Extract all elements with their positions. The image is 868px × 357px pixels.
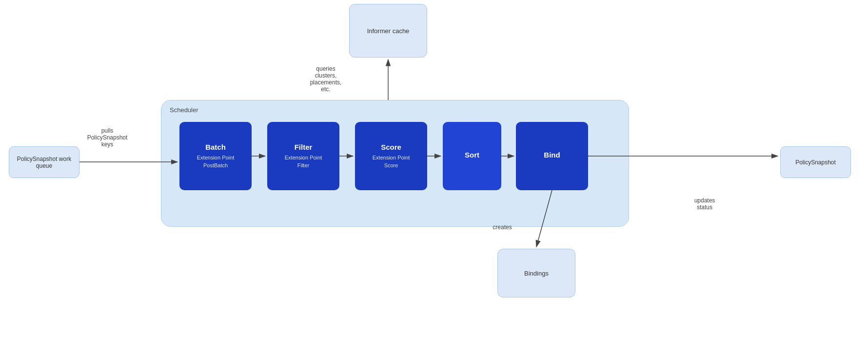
pulls-label: pulls	[101, 127, 114, 134]
filter-subtitle: Extension PointFilter	[285, 154, 322, 169]
informer-cache-label: Informer cache	[367, 27, 410, 35]
informer-cache-box: Informer cache	[349, 4, 427, 58]
diagram-container: Informer cache Scheduler Batch Extension…	[0, 0, 868, 357]
batch-box: Batch Extension PointPostBatch	[179, 122, 252, 190]
scheduler-label: Scheduler	[170, 106, 198, 114]
bindings-box: Bindings	[497, 249, 575, 298]
filter-box: Filter Extension PointFilter	[267, 122, 339, 190]
queries-label4: etc.	[321, 86, 330, 93]
sort-box: Sort	[443, 122, 501, 190]
batch-subtitle: Extension PointPostBatch	[197, 154, 234, 169]
pulls-label2: PolicySnapshot	[87, 134, 128, 141]
queries-label: queries	[316, 65, 335, 72]
score-subtitle: Extension PointScore	[373, 154, 410, 169]
bind-title: Bind	[544, 151, 560, 159]
score-box: Score Extension PointScore	[355, 122, 427, 190]
policy-snapshot-right-box: PolicySnapshot	[780, 146, 851, 178]
updates-label2: status	[697, 204, 712, 211]
score-title: Score	[381, 143, 401, 151]
policy-work-queue-label: PolicySnapshot work queue	[9, 156, 79, 169]
bindings-label: Bindings	[524, 270, 549, 277]
pulls-label3: keys	[101, 141, 114, 148]
batch-title: Batch	[205, 143, 226, 151]
updates-label: updates	[694, 197, 715, 204]
queries-label2: clusters,	[315, 72, 337, 79]
policy-snapshot-right-label: PolicySnapshot	[795, 159, 836, 166]
bind-box: Bind	[516, 122, 588, 190]
policy-work-queue-box: PolicySnapshot work queue	[9, 146, 79, 178]
queries-label3: placements,	[310, 79, 342, 86]
filter-title: Filter	[295, 143, 313, 151]
sort-title: Sort	[465, 151, 479, 159]
